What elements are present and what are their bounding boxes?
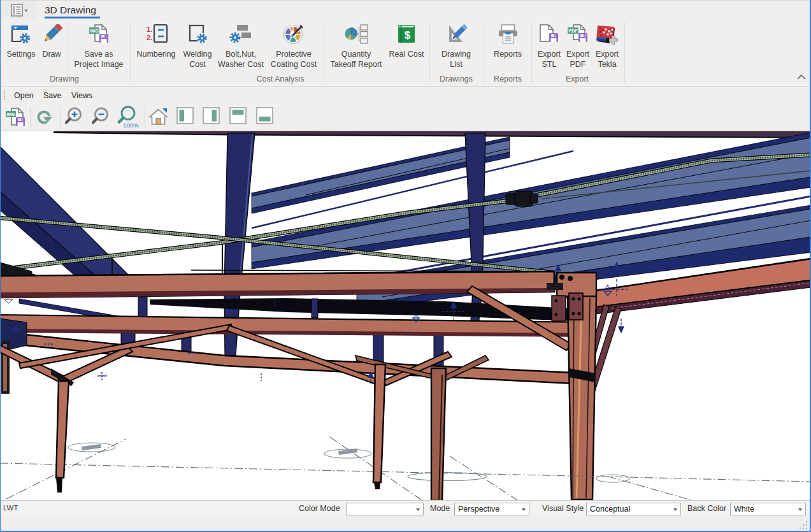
svg-text:A: A	[605, 284, 610, 291]
svg-text:$: $	[405, 29, 411, 41]
svg-text:IMG: IMG	[90, 29, 99, 33]
svg-text:1.: 1.	[147, 25, 152, 33]
svg-text:IMG: IMG	[6, 112, 15, 117]
svg-text:100%: 100%	[123, 122, 139, 129]
svg-text:2.: 2.	[147, 34, 152, 41]
